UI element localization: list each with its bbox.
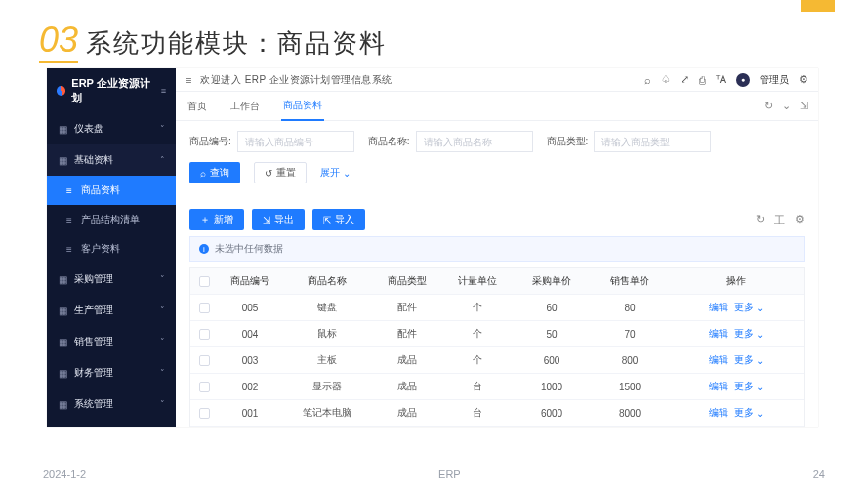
code-input[interactable] (237, 131, 354, 152)
tab-0[interactable]: 首页 (186, 93, 209, 120)
chevron-down-icon: ⌄ (756, 303, 764, 313)
reset-button[interactable]: ↺重置 (254, 162, 307, 183)
cell-5: 60 (513, 303, 591, 313)
avatar[interactable]: ● (736, 73, 750, 87)
checkbox-row[interactable] (199, 408, 210, 419)
list-icon: ≡ (64, 185, 74, 196)
collapse-icon[interactable]: ≡ (161, 86, 166, 96)
checkbox-row[interactable] (199, 303, 210, 313)
tab-close-icon[interactable]: ⇲ (800, 100, 808, 112)
search-icon[interactable]: ⌕ (644, 74, 651, 86)
cell-5: 600 (513, 355, 591, 366)
sidebar-item-6[interactable]: ▦系统管理˅ (47, 388, 176, 420)
edit-link[interactable]: 编辑 (709, 301, 728, 314)
cell-2: 键盘 (282, 301, 372, 314)
sidebar-subitem-1-0[interactable]: ≡商品资料 (47, 176, 176, 205)
cell-1: 004 (218, 329, 282, 340)
chevron-down-icon: ˅ (160, 305, 165, 315)
refresh-icon[interactable]: ↻ (765, 100, 773, 112)
col-2: 商品名称 (282, 274, 372, 288)
checkbox-row[interactable] (199, 355, 210, 366)
export-button[interactable]: ⇲导出 (252, 209, 305, 230)
gear-icon[interactable]: ⚙ (799, 73, 808, 86)
import-button[interactable]: ⇱导入 (312, 209, 365, 230)
slide-number: 03 (39, 20, 78, 63)
grid-icon: ▦ (58, 337, 67, 347)
selection-notice: i 未选中任何数据 (189, 236, 805, 262)
table-row: 003主板成品个600800编辑更多⌄ (190, 347, 804, 374)
sidebar-item-1[interactable]: ▦基础资料˄ (47, 144, 176, 176)
more-link[interactable]: 更多⌄ (734, 327, 764, 341)
add-button[interactable]: ＋新增 (189, 209, 244, 230)
cell-ops: 编辑更多⌄ (669, 406, 804, 420)
name-label: 商品名称: (368, 135, 410, 148)
sidebar-item-4[interactable]: ▦销售管理˅ (47, 326, 176, 357)
menu-toggle-icon[interactable]: ≡ (186, 74, 191, 86)
cell-1: 001 (218, 408, 282, 419)
sidebar-item-3[interactable]: ▦生产管理˅ (47, 295, 176, 326)
sidebar-item-label: 仪表盘 (74, 122, 103, 136)
edit-link[interactable]: 编辑 (709, 380, 728, 393)
name-input[interactable] (416, 131, 533, 152)
main-area: ≡ 欢迎进入 ERP 企业资源计划管理信息系统 ⌕ ♤ ⤢ ⎙ ᵀA ● 管理员… (176, 68, 818, 427)
slide-footer: 2024-1-2 ERP 24 (0, 468, 868, 480)
col-3: 商品类型 (372, 274, 442, 288)
density-icon[interactable]: 工 (774, 213, 785, 227)
sidebar-subitem-1-2[interactable]: ≡客户资料 (47, 234, 176, 264)
edit-link[interactable]: 编辑 (709, 327, 728, 341)
sidebar-item-7[interactable]: ▦租户管理˅ (47, 420, 176, 427)
logo-icon (57, 86, 65, 96)
checkbox-row[interactable] (199, 329, 210, 340)
tab-1[interactable]: 工作台 (228, 93, 262, 120)
cell-checkbox (190, 329, 218, 340)
bell-icon[interactable]: ♤ (661, 73, 671, 86)
export-icon: ⇲ (263, 215, 270, 225)
expand-button[interactable]: 展开⌄ (320, 166, 351, 180)
refresh-table-icon[interactable]: ↻ (756, 213, 765, 227)
sidebar-item-5[interactable]: ▦财务管理˅ (47, 357, 176, 388)
tab-dropdown-icon[interactable]: ⌄ (782, 100, 791, 112)
fullscreen-icon[interactable]: ⤢ (681, 73, 689, 86)
more-link[interactable]: 更多⌄ (734, 301, 764, 314)
print-icon[interactable]: ⎙ (699, 74, 706, 86)
more-link[interactable]: 更多⌄ (734, 380, 764, 393)
search-panel: 商品编号: 商品名称: 商品类型: ⌕查询 ↺重置 展开⌄ (176, 121, 818, 203)
field-name: 商品名称: (368, 131, 533, 152)
cell-4: 个 (442, 301, 513, 314)
col-6: 销售单价 (591, 274, 669, 288)
more-link[interactable]: 更多⌄ (734, 353, 764, 367)
cell-1: 003 (218, 355, 282, 366)
welcome-text: 欢迎进入 ERP 企业资源计划管理信息系统 (200, 73, 392, 87)
edit-link[interactable]: 编辑 (709, 353, 728, 367)
plus-icon: ＋ (200, 213, 210, 226)
checkbox-all[interactable] (199, 276, 210, 287)
more-link[interactable]: 更多⌄ (734, 406, 764, 420)
type-input[interactable] (594, 131, 711, 152)
chevron-down-icon: ˅ (160, 274, 165, 284)
chevron-down-icon: ⌄ (756, 329, 764, 340)
footer-date: 2024-1-2 (43, 468, 86, 480)
cell-checkbox (190, 355, 218, 366)
settings-columns-icon[interactable]: ⚙ (795, 213, 805, 227)
cell-5: 6000 (513, 408, 591, 419)
sidebar-item-label: 基础资料 (74, 153, 113, 167)
reset-icon: ↺ (265, 168, 272, 179)
logo[interactable]: ERP 企业资源计划 ≡ (47, 68, 176, 113)
cell-3: 成品 (372, 353, 442, 367)
sidebar-item-0[interactable]: ▦仪表盘˅ (47, 113, 176, 144)
grid-icon: ▦ (58, 124, 67, 135)
sidebar-subitem-1-1[interactable]: ≡产品结构清单 (47, 205, 176, 234)
language-icon[interactable]: ᵀA (716, 73, 726, 86)
cell-4: 个 (442, 327, 513, 341)
cell-6: 80 (591, 303, 669, 313)
notice-text: 未选中任何数据 (215, 242, 283, 256)
tab-2[interactable]: 商品资料 (281, 92, 324, 121)
sidebar-item-2[interactable]: ▦采购管理˅ (47, 264, 176, 295)
cell-5: 1000 (513, 382, 591, 392)
edit-link[interactable]: 编辑 (709, 406, 728, 420)
username[interactable]: 管理员 (760, 73, 789, 87)
query-button[interactable]: ⌕查询 (189, 162, 240, 183)
sidebar-item-label: 销售管理 (74, 335, 113, 348)
search-glyph-icon: ⌕ (200, 168, 206, 179)
checkbox-row[interactable] (199, 382, 210, 392)
